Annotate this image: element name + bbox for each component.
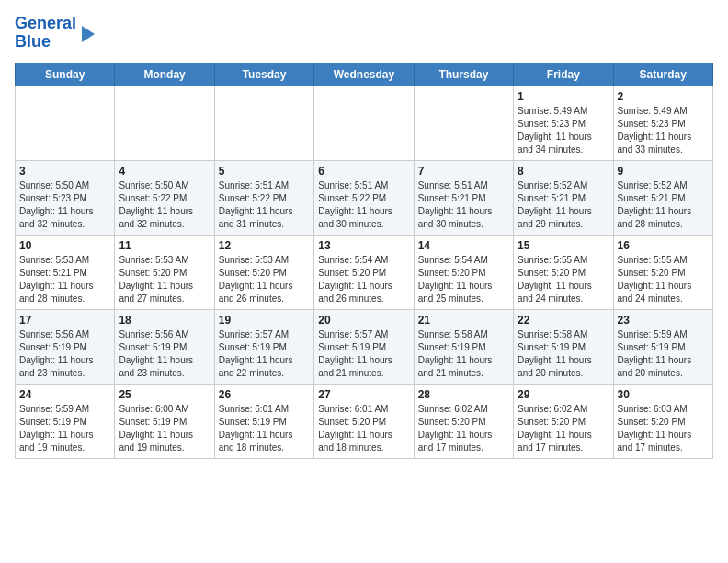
day-info: Sunrise: 5:55 AMSunset: 5:20 PMDaylight:…	[518, 254, 609, 305]
calendar-cell: 6Sunrise: 5:51 AMSunset: 5:22 PMDaylight…	[314, 160, 414, 235]
calendar-cell: 8Sunrise: 5:52 AMSunset: 5:21 PMDaylight…	[514, 160, 613, 235]
calendar-cell: 12Sunrise: 5:53 AMSunset: 5:20 PMDayligh…	[214, 235, 313, 309]
calendar-cell: 30Sunrise: 6:03 AMSunset: 5:20 PMDayligh…	[613, 384, 712, 458]
day-info: Sunrise: 6:01 AMSunset: 5:20 PMDaylight:…	[318, 403, 409, 454]
calendar-cell: 14Sunrise: 5:54 AMSunset: 5:20 PMDayligh…	[414, 235, 513, 309]
calendar-table: SundayMondayTuesdayWednesdayThursdayFrid…	[15, 63, 713, 459]
day-number: 24	[19, 388, 110, 401]
day-info: Sunrise: 5:53 AMSunset: 5:20 PMDaylight:…	[119, 254, 210, 305]
day-info: Sunrise: 5:59 AMSunset: 5:19 PMDaylight:…	[618, 328, 709, 380]
calendar-week-row: 17Sunrise: 5:56 AMSunset: 5:19 PMDayligh…	[16, 309, 713, 384]
day-number: 28	[418, 388, 509, 401]
calendar-cell: 7Sunrise: 5:51 AMSunset: 5:21 PMDaylight…	[414, 160, 513, 235]
page-header: GeneralBlue	[15, 15, 713, 52]
day-of-week-header: Monday	[115, 63, 214, 86]
day-number: 20	[318, 314, 409, 327]
day-of-week-header: Saturday	[613, 63, 712, 86]
calendar-cell: 13Sunrise: 5:54 AMSunset: 5:20 PMDayligh…	[314, 235, 414, 309]
day-of-week-header: Thursday	[414, 63, 513, 86]
day-number: 11	[119, 239, 210, 252]
calendar-cell: 4Sunrise: 5:50 AMSunset: 5:22 PMDaylight…	[115, 160, 214, 235]
day-number: 10	[19, 239, 110, 252]
day-info: Sunrise: 5:56 AMSunset: 5:19 PMDaylight:…	[119, 328, 210, 380]
day-number: 26	[219, 388, 310, 401]
day-info: Sunrise: 5:51 AMSunset: 5:22 PMDaylight:…	[318, 179, 409, 231]
calendar-cell: 17Sunrise: 5:56 AMSunset: 5:19 PMDayligh…	[16, 309, 115, 384]
calendar-cell: 21Sunrise: 5:58 AMSunset: 5:19 PMDayligh…	[414, 309, 513, 384]
calendar-cell	[214, 86, 313, 160]
calendar-cell: 2Sunrise: 5:49 AMSunset: 5:23 PMDaylight…	[613, 86, 712, 160]
calendar-cell: 9Sunrise: 5:52 AMSunset: 5:21 PMDaylight…	[613, 160, 712, 235]
calendar-cell	[414, 86, 513, 160]
calendar-week-row: 24Sunrise: 5:59 AMSunset: 5:19 PMDayligh…	[16, 384, 713, 458]
day-number: 30	[618, 388, 709, 401]
calendar-body: 1Sunrise: 5:49 AMSunset: 5:23 PMDaylight…	[16, 86, 713, 458]
calendar-week-row: 3Sunrise: 5:50 AMSunset: 5:23 PMDaylight…	[16, 160, 713, 235]
day-number: 8	[518, 165, 609, 178]
calendar-cell: 1Sunrise: 5:49 AMSunset: 5:23 PMDaylight…	[514, 86, 613, 160]
day-info: Sunrise: 5:54 AMSunset: 5:20 PMDaylight:…	[418, 254, 509, 305]
day-of-week-header: Friday	[514, 63, 613, 86]
day-number: 7	[418, 165, 509, 178]
day-number: 4	[119, 165, 210, 178]
calendar-cell: 16Sunrise: 5:55 AMSunset: 5:20 PMDayligh…	[613, 235, 712, 309]
logo-text: GeneralBlue	[15, 15, 76, 52]
calendar-cell: 11Sunrise: 5:53 AMSunset: 5:20 PMDayligh…	[115, 235, 214, 309]
day-info: Sunrise: 6:02 AMSunset: 5:20 PMDaylight:…	[418, 403, 509, 454]
calendar-cell: 28Sunrise: 6:02 AMSunset: 5:20 PMDayligh…	[414, 384, 513, 458]
calendar-cell: 23Sunrise: 5:59 AMSunset: 5:19 PMDayligh…	[613, 309, 712, 384]
calendar-cell	[314, 86, 414, 160]
calendar-week-row: 1Sunrise: 5:49 AMSunset: 5:23 PMDaylight…	[16, 86, 713, 160]
day-of-week-header: Sunday	[16, 63, 115, 86]
calendar-week-row: 10Sunrise: 5:53 AMSunset: 5:21 PMDayligh…	[16, 235, 713, 309]
day-info: Sunrise: 5:58 AMSunset: 5:19 PMDaylight:…	[518, 328, 609, 380]
day-info: Sunrise: 5:53 AMSunset: 5:20 PMDaylight:…	[219, 254, 310, 305]
day-number: 25	[119, 388, 210, 401]
day-info: Sunrise: 5:55 AMSunset: 5:20 PMDaylight:…	[618, 254, 709, 305]
day-info: Sunrise: 6:00 AMSunset: 5:19 PMDaylight:…	[119, 403, 210, 454]
day-info: Sunrise: 5:51 AMSunset: 5:22 PMDaylight:…	[219, 179, 310, 231]
calendar-header-row: SundayMondayTuesdayWednesdayThursdayFrid…	[16, 63, 713, 86]
day-number: 19	[219, 314, 310, 327]
day-number: 17	[19, 314, 110, 327]
day-number: 18	[119, 314, 210, 327]
day-info: Sunrise: 5:59 AMSunset: 5:19 PMDaylight:…	[19, 403, 110, 454]
day-number: 13	[318, 239, 409, 252]
day-number: 3	[19, 165, 110, 178]
day-info: Sunrise: 5:52 AMSunset: 5:21 PMDaylight:…	[518, 179, 609, 231]
day-number: 16	[618, 239, 709, 252]
day-of-week-header: Tuesday	[214, 63, 313, 86]
calendar-cell: 20Sunrise: 5:57 AMSunset: 5:19 PMDayligh…	[314, 309, 414, 384]
calendar-cell: 3Sunrise: 5:50 AMSunset: 5:23 PMDaylight…	[16, 160, 115, 235]
calendar-cell: 26Sunrise: 6:01 AMSunset: 5:19 PMDayligh…	[214, 384, 313, 458]
calendar-cell: 19Sunrise: 5:57 AMSunset: 5:19 PMDayligh…	[214, 309, 313, 384]
day-info: Sunrise: 5:58 AMSunset: 5:19 PMDaylight:…	[418, 328, 509, 380]
calendar-cell: 15Sunrise: 5:55 AMSunset: 5:20 PMDayligh…	[514, 235, 613, 309]
day-number: 15	[518, 239, 609, 252]
calendar-cell: 29Sunrise: 6:02 AMSunset: 5:20 PMDayligh…	[514, 384, 613, 458]
day-number: 14	[418, 239, 509, 252]
day-info: Sunrise: 5:50 AMSunset: 5:23 PMDaylight:…	[19, 179, 110, 231]
calendar-cell	[115, 86, 214, 160]
day-number: 23	[618, 314, 709, 327]
day-info: Sunrise: 5:52 AMSunset: 5:21 PMDaylight:…	[618, 179, 709, 231]
day-info: Sunrise: 5:56 AMSunset: 5:19 PMDaylight:…	[19, 328, 110, 380]
calendar-cell	[16, 86, 115, 160]
day-number: 12	[219, 239, 310, 252]
calendar-cell: 25Sunrise: 6:00 AMSunset: 5:19 PMDayligh…	[115, 384, 214, 458]
day-number: 2	[618, 90, 709, 103]
calendar-cell: 24Sunrise: 5:59 AMSunset: 5:19 PMDayligh…	[16, 384, 115, 458]
day-number: 29	[518, 388, 609, 401]
day-info: Sunrise: 5:57 AMSunset: 5:19 PMDaylight:…	[219, 328, 310, 380]
calendar-cell: 27Sunrise: 6:01 AMSunset: 5:20 PMDayligh…	[314, 384, 414, 458]
day-number: 21	[418, 314, 509, 327]
calendar-cell: 22Sunrise: 5:58 AMSunset: 5:19 PMDayligh…	[514, 309, 613, 384]
day-info: Sunrise: 5:49 AMSunset: 5:23 PMDaylight:…	[518, 105, 609, 156]
day-info: Sunrise: 6:03 AMSunset: 5:20 PMDaylight:…	[618, 403, 709, 454]
day-number: 22	[518, 314, 609, 327]
day-number: 9	[618, 165, 709, 178]
day-info: Sunrise: 5:50 AMSunset: 5:22 PMDaylight:…	[119, 179, 210, 231]
day-info: Sunrise: 6:02 AMSunset: 5:20 PMDaylight:…	[518, 403, 609, 454]
day-info: Sunrise: 5:54 AMSunset: 5:20 PMDaylight:…	[318, 254, 409, 305]
day-info: Sunrise: 5:57 AMSunset: 5:19 PMDaylight:…	[318, 328, 409, 380]
